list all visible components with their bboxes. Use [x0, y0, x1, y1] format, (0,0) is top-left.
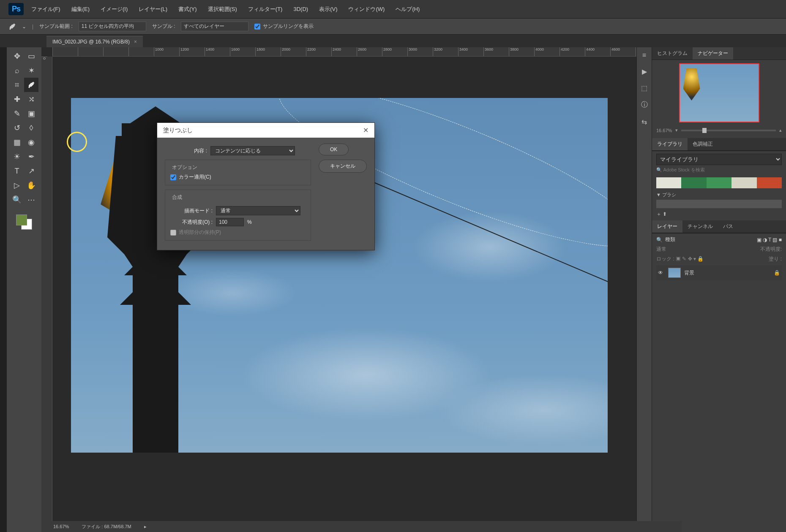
layer-thumbnail[interactable] — [668, 268, 681, 278]
paragraph-icon[interactable]: ⇆ — [641, 118, 647, 126]
fill-dialog: 塗りつぶし ✕ 内容 : コンテンツに応じる オプション カ — [157, 122, 375, 250]
chevron-right-icon[interactable]: ▸ — [144, 524, 147, 529]
sample-ring-input[interactable] — [254, 24, 260, 30]
document-tab[interactable]: IMG_0020.JPG @ 16.7% (RGB/8)× — [46, 36, 143, 47]
library-swatches[interactable] — [656, 177, 782, 188]
channels-tab[interactable]: チャンネル — [682, 220, 718, 233]
layer-name[interactable]: 背景 — [684, 269, 694, 277]
sample-layer-select[interactable]: すべてのレイヤー — [181, 22, 248, 31]
color-swatches[interactable] — [16, 214, 32, 230]
document-tab-row: IMG_0020.JPG @ 16.7% (RGB/8)× — [0, 35, 786, 47]
dodge-tool[interactable]: ☀ — [10, 149, 24, 164]
blur-tool[interactable]: ◉ — [24, 135, 38, 149]
menu-help[interactable]: ヘルプ(H) — [392, 3, 423, 16]
toolbox: ✥ ▭ ⌕ ✶ ⌗ ✚ ⤭ ✎ ▣ ↺ ◊ ▦ ◉ ☀ ✒ T ↗ ▷ ✋ 🔍 … — [7, 47, 41, 532]
layer-fill-label: 塗り : — [769, 255, 782, 263]
close-icon[interactable]: ✕ — [363, 126, 368, 134]
character-icon[interactable]: ⓘ — [641, 100, 648, 109]
path-tool[interactable]: ↗ — [24, 164, 38, 178]
dialog-titlebar[interactable]: 塗りつぶし ✕ — [157, 123, 374, 138]
menu-window[interactable]: ウィンドウ(W) — [345, 3, 388, 16]
nav-zoom-value[interactable]: 16.67% — [656, 128, 672, 133]
layer-filter-label[interactable]: 種類 — [665, 236, 675, 243]
horizontal-ruler: 1000120014001600 1800200022002400 260028… — [52, 47, 636, 57]
sample-size-select[interactable]: 11 ピクセル四方の平均 — [79, 22, 146, 31]
visibility-icon[interactable]: 👁 — [658, 270, 665, 276]
ok-button[interactable]: OK — [319, 144, 349, 155]
content-label: 内容 : — [165, 147, 207, 155]
zoom-tool[interactable]: 🔍 — [10, 193, 24, 207]
more-tools[interactable]: ⋯ — [24, 193, 38, 207]
adjustments-tab[interactable]: 色調補正 — [688, 138, 718, 150]
dialog-title: 塗りつぶし — [163, 127, 193, 134]
status-bar: 16.67% ファイル : 68.7M/68.7M ▸ — [48, 521, 682, 532]
nav-zoom-slider[interactable] — [681, 130, 776, 131]
blend-mode-label: 描画モード : — [170, 207, 213, 214]
heal-tool[interactable]: ✚ — [10, 92, 24, 106]
layers-tab[interactable]: レイヤー — [652, 220, 682, 233]
right-icon-strip: ≡ ▶ ⬚ ⓘ ⇆ — [636, 47, 652, 532]
brush-preview — [656, 200, 782, 208]
direct-select-tool[interactable]: ▷ — [10, 178, 24, 193]
close-icon[interactable]: × — [134, 39, 137, 45]
zoom-in-icon[interactable]: ▴ — [779, 128, 782, 133]
eyedropper-tool[interactable] — [24, 78, 38, 92]
status-docinfo[interactable]: ファイル : 68.7M/68.7M — [82, 524, 131, 530]
menu-type[interactable]: 書式(Y) — [175, 3, 200, 16]
history-brush-tool[interactable]: ↺ — [10, 121, 24, 135]
menu-layer[interactable]: レイヤー(L) — [135, 3, 171, 16]
pen-tool[interactable]: ✒ — [24, 149, 38, 164]
blend-mode-select[interactable]: 通常 — [216, 206, 300, 215]
menu-file[interactable]: ファイル(F) — [28, 3, 64, 16]
swap-tool[interactable]: ⤭ — [24, 92, 38, 106]
text-tool[interactable]: T — [10, 164, 24, 178]
menu-bar: Ps ファイル(F) 編集(E) イメージ(I) レイヤー(L) 書式(Y) 選… — [0, 0, 786, 19]
paths-tab[interactable]: パス — [718, 220, 738, 233]
sample-ring-checkbox[interactable]: サンプルリングを表示 — [254, 23, 314, 30]
gradient-tool[interactable]: ▦ — [10, 135, 24, 149]
quick-select-tool[interactable]: ✶ — [24, 63, 38, 78]
navigator-preview[interactable] — [679, 63, 759, 122]
eraser-tool[interactable]: ◊ — [24, 121, 38, 135]
brush-section-header[interactable]: ▼ ブラシ — [656, 192, 782, 198]
brush-tool[interactable]: ✎ — [10, 106, 24, 121]
menu-filter[interactable]: フィルター(T) — [245, 3, 286, 16]
lasso-tool[interactable]: ⌕ — [10, 63, 24, 78]
histogram-tab[interactable]: ヒストグラム — [652, 47, 693, 60]
menu-view[interactable]: 表示(V) — [316, 3, 341, 16]
library-search[interactable]: 🔍 Adobe Stock を検索 — [656, 165, 782, 175]
play-icon[interactable]: ▶ — [642, 68, 647, 76]
properties-icon[interactable]: ≡ — [642, 52, 646, 59]
sample-layer-label: サンプル : — [152, 23, 175, 30]
foreground-color[interactable] — [16, 214, 27, 225]
opacity-input[interactable] — [216, 218, 244, 226]
lock-icon: 🔒 — [774, 270, 780, 276]
layer-row[interactable]: 👁 背景 🔒 — [656, 265, 782, 280]
zoom-out-icon[interactable]: ▾ — [675, 128, 678, 133]
layer-blend-mode[interactable]: 通常 — [656, 246, 666, 253]
canvas-area: 1000120014001600 1800200022002400 260028… — [41, 47, 636, 532]
navigator-tab[interactable]: ナビゲーター — [693, 47, 733, 60]
color-adapt-checkbox[interactable]: カラー適用(C) — [170, 174, 306, 181]
hand-tool[interactable]: ✋ — [24, 178, 38, 193]
cancel-button[interactable]: キャンセル — [319, 160, 367, 173]
info-icon[interactable]: ⬚ — [641, 84, 647, 92]
menu-select[interactable]: 選択範囲(S) — [205, 3, 240, 16]
options-fieldset: オプション カラー適用(C) — [165, 160, 311, 185]
vertical-ruler: 0 — [41, 57, 52, 532]
menu-edit[interactable]: 編集(E) — [68, 3, 93, 16]
layers-panel: 🔍 種類 ▣ ◑ T ▧ ■ 通常 不透明度: ロック : ▣ ✎ ✥ ▾ 🔒 … — [652, 233, 786, 283]
stamp-tool[interactable]: ▣ — [24, 106, 38, 121]
chevron-down-icon[interactable]: ⌄ — [22, 24, 26, 30]
crop-tool[interactable]: ⌗ — [10, 78, 24, 92]
library-tab[interactable]: ライブラリ — [652, 138, 688, 150]
move-tool[interactable]: ✥ — [10, 49, 24, 63]
library-select[interactable]: マイライブラリ — [656, 154, 782, 165]
menu-image[interactable]: イメージ(I) — [97, 3, 131, 16]
status-zoom[interactable]: 16.67% — [53, 524, 69, 529]
menu-3d[interactable]: 3D(D) — [290, 3, 311, 15]
content-select[interactable]: コンテンツに応じる — [210, 146, 295, 155]
library-footer-icons[interactable]: ＋ ⬆ — [656, 211, 782, 218]
preserve-trans-checkbox: 透明部分の保持(P) — [170, 229, 306, 236]
marquee-tool[interactable]: ▭ — [24, 49, 38, 63]
